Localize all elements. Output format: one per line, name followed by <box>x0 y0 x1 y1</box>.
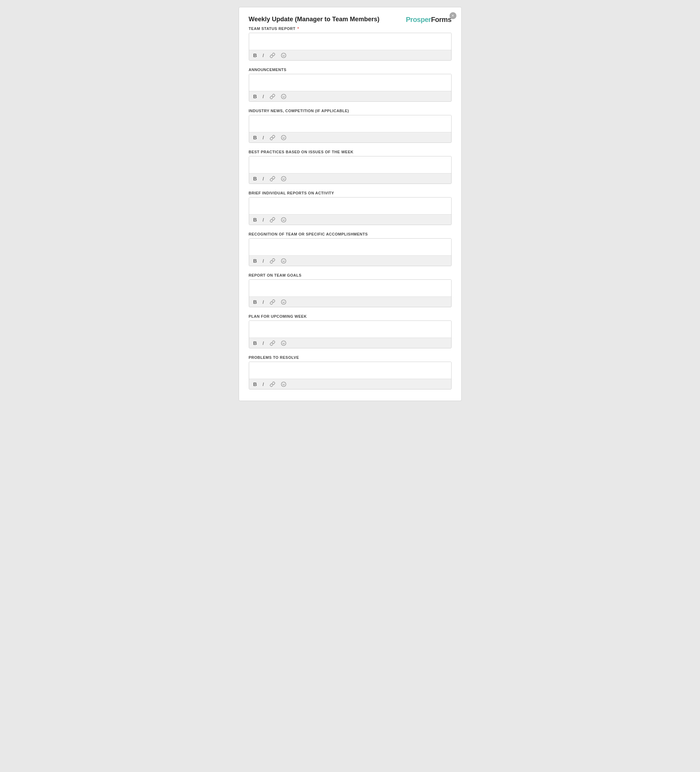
link-button[interactable] <box>268 52 276 59</box>
editor-wrapper-announcements: BI <box>249 74 451 102</box>
section-announcements: ANNOUNCEMENTSBI <box>249 67 451 102</box>
svg-point-9 <box>281 176 286 181</box>
section-team-status-report: TEAM STATUS REPORT *BI <box>249 26 451 61</box>
toolbar-industry-news: BI <box>249 132 451 142</box>
editor-wrapper-best-practices: BI <box>249 156 451 184</box>
editor-wrapper-problems: BI <box>249 361 451 389</box>
svg-point-21 <box>281 341 286 345</box>
italic-button[interactable]: I <box>261 175 265 182</box>
bold-button[interactable]: B <box>252 134 258 141</box>
section-industry-news: INDUSTRY NEWS, COMPETITION (IF APPLICABL… <box>249 109 451 143</box>
section-best-practices: BEST PRACTICES BASED ON ISSUES OF THE WE… <box>249 150 451 184</box>
bold-button[interactable]: B <box>252 175 258 182</box>
emoji-button[interactable] <box>280 175 288 182</box>
link-button[interactable] <box>268 175 276 182</box>
link-button[interactable] <box>268 381 276 388</box>
section-individual-reports: BRIEF INDIVIDUAL REPORTS ON ACTIVITYBI <box>249 191 451 225</box>
textarea-recognition[interactable] <box>249 239 451 255</box>
emoji-button[interactable] <box>280 52 288 59</box>
textarea-problems[interactable] <box>249 362 451 379</box>
label-announcements: ANNOUNCEMENTS <box>249 67 451 72</box>
italic-button[interactable]: I <box>261 339 265 347</box>
svg-point-18 <box>281 299 286 304</box>
textarea-upcoming-week[interactable] <box>249 321 451 338</box>
svg-point-3 <box>281 94 286 98</box>
editor-wrapper-upcoming-week: BI <box>249 321 451 348</box>
editor-wrapper-team-status-report: BI <box>249 33 451 61</box>
emoji-button[interactable] <box>280 299 288 306</box>
bold-button[interactable]: B <box>252 93 258 100</box>
bold-button[interactable]: B <box>252 216 258 223</box>
link-button[interactable] <box>268 134 276 141</box>
textarea-best-practices[interactable] <box>249 156 451 173</box>
title-text: Weekly Update (Manager to Team Members) <box>249 16 379 23</box>
toolbar-individual-reports: BI <box>249 214 451 225</box>
toolbar-team-status-report: BI <box>249 50 451 60</box>
bold-button[interactable]: B <box>252 257 258 264</box>
label-recognition: RECOGNITION OF TEAM OR SPECIFIC ACCOMPLI… <box>249 232 451 236</box>
emoji-button[interactable] <box>280 216 288 223</box>
toolbar-best-practices: BI <box>249 173 451 183</box>
italic-button[interactable]: I <box>261 93 265 100</box>
emoji-button[interactable] <box>280 134 288 141</box>
bold-button[interactable]: B <box>252 380 258 388</box>
section-problems: PROBLEMS TO RESOLVEBI <box>249 355 451 389</box>
toolbar-recognition: BI <box>249 255 451 266</box>
link-button[interactable] <box>268 93 276 100</box>
bold-button[interactable]: B <box>252 52 258 59</box>
label-team-goals: REPORT ON TEAM GOALS <box>249 273 451 277</box>
toolbar-team-goals: BI <box>249 296 451 307</box>
italic-button[interactable]: I <box>261 216 265 223</box>
editor-wrapper-recognition: BI <box>249 238 451 266</box>
section-upcoming-week: PLAN FOR UPCOMING WEEKBI <box>249 314 451 348</box>
brand-logo: ProsperForms <box>406 16 451 24</box>
bold-button[interactable]: B <box>252 298 258 306</box>
italic-button[interactable]: I <box>261 298 265 306</box>
textarea-announcements[interactable] <box>249 74 451 91</box>
label-upcoming-week: PLAN FOR UPCOMING WEEK <box>249 314 451 319</box>
editor-wrapper-individual-reports: BI <box>249 197 451 225</box>
link-button[interactable] <box>268 299 276 306</box>
textarea-team-status-report[interactable] <box>249 33 451 50</box>
label-best-practices: BEST PRACTICES BASED ON ISSUES OF THE WE… <box>249 150 451 154</box>
textarea-team-goals[interactable] <box>249 280 451 296</box>
editor-wrapper-industry-news: BI <box>249 115 451 143</box>
form-header: Weekly Update (Manager to Team Members) … <box>249 16 451 24</box>
italic-button[interactable]: I <box>261 52 265 59</box>
emoji-button[interactable] <box>280 340 288 347</box>
emoji-button[interactable] <box>280 381 288 388</box>
section-recognition: RECOGNITION OF TEAM OR SPECIFIC ACCOMPLI… <box>249 232 451 266</box>
toolbar-upcoming-week: BI <box>249 338 451 348</box>
label-individual-reports: BRIEF INDIVIDUAL REPORTS ON ACTIVITY <box>249 191 451 195</box>
textarea-individual-reports[interactable] <box>249 198 451 214</box>
brand-prosper: Prosper <box>406 16 431 24</box>
svg-point-15 <box>281 258 286 263</box>
toolbar-announcements: BI <box>249 91 451 101</box>
label-problems: PROBLEMS TO RESOLVE <box>249 355 451 360</box>
link-button[interactable] <box>268 257 276 264</box>
emoji-button[interactable] <box>280 257 288 264</box>
form-container: Weekly Update (Manager to Team Members) … <box>239 7 462 401</box>
svg-point-12 <box>281 218 286 222</box>
toolbar-problems: BI <box>249 379 451 389</box>
label-team-status-report: TEAM STATUS REPORT * <box>249 26 451 31</box>
svg-point-6 <box>281 135 286 140</box>
form-title: Weekly Update (Manager to Team Members) <box>249 16 379 23</box>
svg-point-0 <box>281 53 286 57</box>
italic-button[interactable]: I <box>261 380 265 388</box>
brand-forms: Forms <box>431 16 451 24</box>
bold-button[interactable]: B <box>252 339 258 347</box>
link-button[interactable] <box>268 340 276 347</box>
required-star: * <box>296 26 299 31</box>
link-button[interactable] <box>268 216 276 223</box>
emoji-button[interactable] <box>280 93 288 100</box>
italic-button[interactable]: I <box>261 257 265 264</box>
section-team-goals: REPORT ON TEAM GOALSBI <box>249 273 451 307</box>
textarea-industry-news[interactable] <box>249 115 451 132</box>
sections-container: TEAM STATUS REPORT *BIANNOUNCEMENTSBIIND… <box>249 26 451 389</box>
label-industry-news: INDUSTRY NEWS, COMPETITION (IF APPLICABL… <box>249 109 451 113</box>
editor-wrapper-team-goals: BI <box>249 280 451 307</box>
close-button[interactable]: × <box>450 12 456 19</box>
svg-point-24 <box>281 382 286 386</box>
italic-button[interactable]: I <box>261 134 265 141</box>
